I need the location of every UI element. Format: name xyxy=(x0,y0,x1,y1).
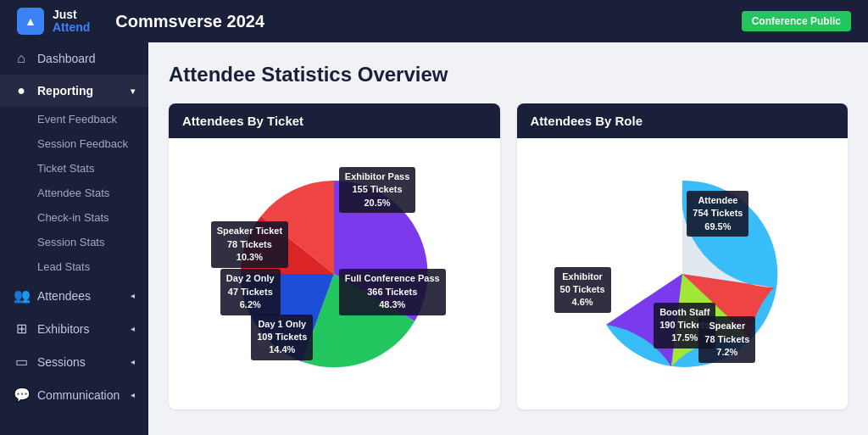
ticket-pie-svg xyxy=(215,155,453,393)
ticket-stats-label: Ticket Stats xyxy=(37,162,94,175)
logo-text: Just Attend xyxy=(53,8,90,35)
sidebar-item-reporting[interactable]: ● Reporting ▾ xyxy=(0,75,148,107)
chevron-down-icon: ▾ xyxy=(131,86,135,96)
chevron-right-icon2: ◂ xyxy=(131,324,135,333)
sidebar-sub-session-feedback[interactable]: Session Feedback xyxy=(0,131,148,156)
home-icon: ⌂ xyxy=(14,51,29,66)
logo-attend: Attend xyxy=(53,21,90,34)
sidebar-label-dashboard: Dashboard xyxy=(37,52,96,65)
logo-area: ▲ Just Attend xyxy=(17,8,90,35)
charts-row: Attendees By Ticket xyxy=(169,103,848,410)
sidebar-label-communication: Communication xyxy=(37,388,120,402)
sidebar-item-exhibitors[interactable]: ⊞ Exhibitors ◂ xyxy=(0,312,148,345)
reporting-icon: ● xyxy=(14,83,29,98)
chevron-right-icon: ◂ xyxy=(131,291,135,300)
event-feedback-label: Event Feedback xyxy=(37,113,117,125)
page-title: Attendee Statistics Overview xyxy=(169,63,848,86)
ticket-chart-header: Attendees By Ticket xyxy=(169,103,500,138)
role-pie-container: Attendee754 Tickets69.5% Exhibitor50 Tic… xyxy=(564,155,801,393)
checkin-stats-label: Check-in Stats xyxy=(37,211,109,224)
sidebar-item-sessions[interactable]: ▭ Sessions ◂ xyxy=(0,345,148,378)
ticket-pie-container: Full Conference Pass366 Tickets48.3% Exh… xyxy=(215,155,453,393)
sidebar-sub-checkin-stats[interactable]: Check-in Stats xyxy=(0,205,148,230)
role-chart-header: Attendees By Role xyxy=(517,103,849,138)
sidebar-label-reporting: Reporting xyxy=(37,84,93,98)
ticket-chart-card: Attendees By Ticket xyxy=(169,103,500,410)
top-bar: ▲ Just Attend Commsverse 2024 Conference… xyxy=(0,0,868,42)
sidebar: ⌂ Dashboard ● Reporting ▾ Event Feedback… xyxy=(0,42,148,435)
sidebar-sub-lead-stats[interactable]: Lead Stats xyxy=(0,254,148,279)
attendees-icon: 👥 xyxy=(14,287,29,304)
sidebar-sub-event-feedback[interactable]: Event Feedback xyxy=(0,107,148,131)
content-area: Attendee Statistics Overview Attendees B… xyxy=(148,42,868,435)
exhibitors-icon: ⊞ xyxy=(14,321,29,337)
chevron-right-icon4: ◂ xyxy=(131,390,135,399)
ticket-chart-body: Full Conference Pass366 Tickets48.3% Exh… xyxy=(169,138,500,410)
chevron-right-icon3: ◂ xyxy=(131,357,135,366)
sidebar-sub-ticket-stats[interactable]: Ticket Stats xyxy=(0,156,148,181)
top-bar-title: Commsverse 2024 xyxy=(115,12,741,31)
logo-just: Just xyxy=(53,8,90,21)
role-chart-card: Attendees By Role xyxy=(517,103,849,410)
attendee-stats-label: Attendee Stats xyxy=(37,187,109,199)
sidebar-sub-attendee-stats[interactable]: Attendee Stats xyxy=(0,181,148,205)
session-feedback-label: Session Feedback xyxy=(37,137,128,150)
lead-stats-label: Lead Stats xyxy=(37,260,90,273)
sessions-icon: ▭ xyxy=(14,354,29,370)
sidebar-label-attendees: Attendees xyxy=(37,289,91,303)
role-chart-body: Attendee754 Tickets69.5% Exhibitor50 Tic… xyxy=(517,138,849,410)
communication-icon: 💬 xyxy=(14,387,29,403)
conference-badge: Conference Public xyxy=(742,11,851,31)
role-pie-svg xyxy=(564,155,801,393)
sidebar-item-dashboard[interactable]: ⌂ Dashboard xyxy=(0,42,148,75)
sidebar-sub-session-stats[interactable]: Session Stats xyxy=(0,230,148,254)
main-layout: ⌂ Dashboard ● Reporting ▾ Event Feedback… xyxy=(0,42,868,435)
sidebar-item-attendees[interactable]: 👥 Attendees ◂ xyxy=(0,279,148,312)
sidebar-item-communication[interactable]: 💬 Communication ◂ xyxy=(0,378,148,411)
sidebar-label-sessions: Sessions xyxy=(37,355,86,369)
logo-icon: ▲ xyxy=(17,8,44,35)
sidebar-label-exhibitors: Exhibitors xyxy=(37,322,89,336)
session-stats-label: Session Stats xyxy=(37,236,105,248)
